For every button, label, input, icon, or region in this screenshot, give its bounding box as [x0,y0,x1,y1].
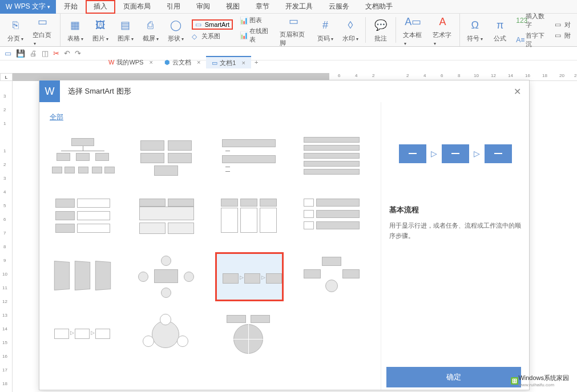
ribbon-screenshot[interactable]: ⎙ 截屏▾ [138,17,163,43]
dropdown-icon: ▾ [21,37,23,42]
tab-mywps[interactable]: W 我的WPS × [103,56,159,68]
add-tab-button[interactable]: + [251,59,261,66]
pagenumber-icon: # [317,17,333,33]
smartart-thumb[interactable] [50,193,118,242]
ok-button[interactable]: 确定 [386,367,521,387]
tab-doc1[interactable]: ▭ 文档1 × [206,56,251,68]
close-icon[interactable]: × [241,59,245,66]
ribbon-headerfooter[interactable]: ▭ 页眉和页脚 [275,13,313,47]
ribbon-picture[interactable]: 🖼 图片▾ [88,17,113,43]
watermark-icon: ◊ [342,17,358,33]
smartart-thumb[interactable] [298,193,366,242]
save-icon[interactable]: 💾 [16,49,25,58]
object-icon: ▭ [555,21,563,29]
smartart-thumb[interactable] [298,252,366,301]
preview-description: 用于显示行进，或者任务、流程或工作流中的顺序步骤。 [389,221,521,241]
menu-review[interactable]: 审阅 [188,0,218,14]
preview-step [485,144,512,163]
watermark-url: www.ruihaifu.com [518,382,569,387]
smartart-button[interactable]: ▭ SmartArt [192,19,233,30]
watermark-brand: Windows系统家园 [518,374,569,382]
cut-icon[interactable]: ✂ [53,49,59,58]
ribbon-watermark[interactable]: ◊ 水印▾ [338,17,366,43]
preview-icon[interactable]: ◫ [42,49,49,58]
menu-insert[interactable]: 插入 [86,0,115,14]
ribbon-blankpage[interactable]: ▭ 空白页▾ [28,14,60,46]
app-dropdown-icon[interactable]: ▾ [47,4,50,10]
relation-button[interactable]: ◇ 关系图 [192,32,233,41]
ribbon-symbol[interactable]: Ω 符号▾ [462,17,487,43]
menu-view[interactable]: 视图 [218,0,248,14]
ribbon-comment[interactable]: 💬 批注 [368,17,396,43]
smartart-thumb[interactable] [132,312,201,361]
dropcap-button[interactable]: A≡ 首字下沉 [516,31,548,49]
dropdown-icon: ▾ [434,41,436,46]
doc-icon: ▭ [212,59,217,67]
symbol-icon: Ω [467,17,483,33]
ribbon-pagenumber[interactable]: # 页码▾ [313,17,338,43]
print-icon[interactable]: 🖨 [30,49,37,58]
smartart-thumb[interactable] [215,193,284,242]
screenshot-icon: ⎙ [143,17,159,33]
menu-chapter[interactable]: 章节 [248,0,277,14]
onlinechart-icon: 📊 [240,31,248,39]
close-icon[interactable]: × [197,59,200,66]
smartart-thumb[interactable]: ▷ ▷ [50,312,118,361]
smartart-thumb[interactable] [215,134,284,183]
menu-dochelper[interactable]: 文档助手 [357,0,401,14]
onlinechart-button[interactable]: 📊 在线图表 [240,27,272,44]
dialog-title: 选择 SmartArt 图形 [68,86,131,96]
ribbon-pagebreak[interactable]: ⎘ 分页▾ [3,17,28,43]
dropdown-icon: ▾ [131,37,134,42]
table-icon: ▦ [67,17,83,33]
ruler-vertical[interactable]: 3 2 1 1 2 3 4 5 6 7 8 9 10 11 12 13 14 1… [0,81,13,392]
ribbon-textbox[interactable]: A▭ 文本框▾ [398,14,428,46]
chart-button[interactable]: 📊 图表 [240,16,272,25]
dialog-right-panel: ▷ ▷ 基本流程 用于显示行进，或者任务、流程或工作流中的顺序步骤。 确定 [381,102,529,390]
ribbon-right-group: 123 插入数字 A≡ 首字下沉 [513,12,551,49]
ribbon-gallery[interactable]: ▤ 图库▾ [113,17,138,43]
new-icon[interactable]: ▭ [5,49,11,58]
ribbon-formula[interactable]: π 公式 [487,17,513,43]
filter-all-link[interactable]: 全部 [50,112,63,122]
menu-start[interactable]: 开始 [56,0,86,14]
dropdown-icon: ▾ [156,37,159,42]
menu-devtools[interactable]: 开发工具 [277,0,321,14]
smartart-thumb[interactable] [132,252,201,301]
ribbon-subgroup-chart: 📊 图表 📊 在线图表 [236,16,275,44]
pagebreak-icon: ⎘ [7,17,23,33]
smartart-thumb[interactable] [132,134,201,183]
dropdown-icon: ▾ [356,37,358,42]
dropdown-icon: ▾ [34,41,36,46]
redo-icon[interactable]: ↷ [75,49,81,58]
cloud-icon: ⬢ [164,59,170,66]
menu-reference[interactable]: 引用 [159,0,188,14]
smartart-thumb[interactable] [50,252,118,301]
smartart-thumb[interactable] [50,134,118,183]
smartart-thumb[interactable] [132,193,201,242]
headerfooter-icon: ▭ [286,13,302,29]
dropdown-icon: ▾ [81,37,83,42]
blankpage-icon: ▭ [35,14,51,30]
smartart-thumb-basic-process[interactable]: ▷ ▷ [215,252,284,301]
app-logo[interactable]: W WPS 文字 ▾ [0,0,56,14]
smartart-thumb[interactable] [215,312,284,361]
smartart-thumb[interactable] [298,134,366,183]
smartart-icon: ▭ [195,21,203,29]
menu-cloud[interactable]: 云服务 [321,0,357,14]
undo-icon[interactable]: ↶ [64,49,70,58]
smartart-thumbs-grid: ▷ ▷ ▷ ▷ [50,134,370,361]
tab-clouddoc[interactable]: ⬢ 云文档 × [159,56,206,68]
dialog-close-button[interactable]: ✕ [514,86,521,97]
wordart-icon: A [434,14,450,30]
insertnumber-button[interactable]: 123 插入数字 [516,12,548,29]
attach-button[interactable]: ▭ 附 [555,31,571,40]
picture-icon: 🖼 [92,17,108,33]
ribbon-table[interactable]: ▦ 表格▾ [63,17,88,43]
ribbon-shapes[interactable]: ◯ 形状▾ [163,17,188,43]
close-icon[interactable]: × [149,59,152,66]
ribbon-subgroup-smartart: ▭ SmartArt ◇ 关系图 [188,19,236,41]
ribbon-wordart[interactable]: A 艺术字▾ [428,14,461,46]
menu-pagelayout[interactable]: 页面布局 [115,0,159,14]
object-button[interactable]: ▭ 对 [555,21,571,29]
